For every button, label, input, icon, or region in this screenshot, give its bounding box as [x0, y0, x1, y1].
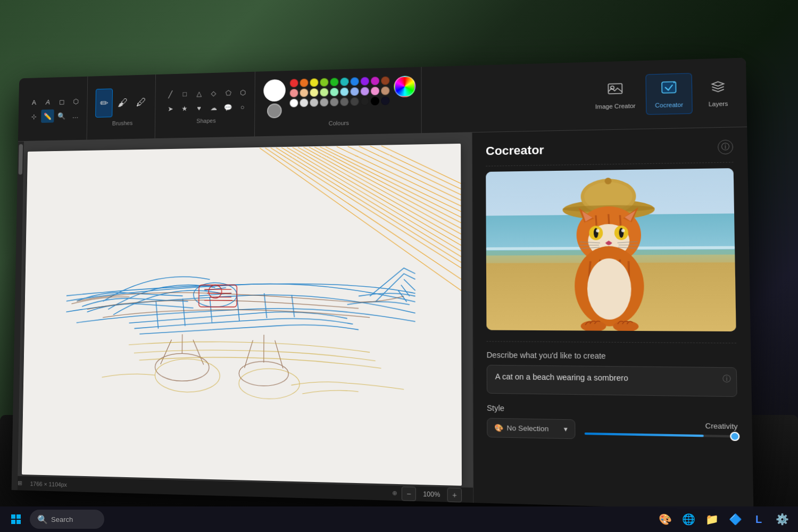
- color-gray3[interactable]: [320, 98, 328, 106]
- color-cyan-light[interactable]: [340, 87, 348, 96]
- bottom-status-right: ⊕ − 100% +: [392, 486, 466, 502]
- cocreator-header: Cocreator ⓘ: [472, 127, 747, 166]
- shape-rect[interactable]: □: [178, 87, 192, 101]
- color-rose[interactable]: [371, 87, 379, 95]
- tool-search-zoom[interactable]: 🔍: [55, 109, 68, 122]
- info-icon: ⓘ: [721, 142, 730, 152]
- tool-more[interactable]: …: [69, 109, 82, 122]
- color-red[interactable]: [290, 79, 298, 87]
- taskbar-paint-icon[interactable]: 🎨: [654, 509, 676, 530]
- taskbar-app3-icon[interactable]: 📁: [701, 509, 722, 530]
- shape-arrow[interactable]: ➤: [163, 102, 177, 115]
- style-creativity-row: 🎨 No Selection ▾ Creativity: [487, 418, 738, 443]
- color-yellow[interactable]: [310, 78, 318, 87]
- tool-select[interactable]: A: [28, 96, 41, 109]
- brush-pencil[interactable]: ✏: [95, 88, 113, 118]
- tool-pencil[interactable]: ✏️: [41, 110, 54, 123]
- taskbar-search[interactable]: 🔍 Search: [30, 510, 104, 529]
- color-white[interactable]: [290, 99, 298, 107]
- color-peach[interactable]: [300, 88, 308, 97]
- shape-cloud[interactable]: ☁: [206, 101, 220, 114]
- color-blue-light[interactable]: [350, 87, 359, 96]
- shape-heart[interactable]: ♥: [192, 101, 205, 115]
- shapes-label: Shapes: [196, 118, 215, 124]
- color-near-black[interactable]: [381, 96, 389, 105]
- describe-input[interactable]: A cat on a beach wearing a sombrero: [487, 365, 737, 397]
- palette-grid: [290, 76, 390, 107]
- color-rainbow-picker[interactable]: [394, 76, 415, 97]
- svg-rect-1: [16, 514, 21, 519]
- paint-left-panel: A A ◻ ⬡ ⊹ ✏️ 🔍 … ✏ 🖌 🖊: [12, 57, 754, 510]
- drawing-canvas[interactable]: [22, 144, 462, 486]
- canvas-container[interactable]: ⊞ 1766 × 1104px ⊕ − 100% +: [12, 132, 473, 503]
- color-lavender[interactable]: [361, 87, 369, 95]
- cat-scene-bg: [486, 168, 736, 331]
- zoom-out-btn[interactable]: −: [402, 486, 416, 501]
- app-perspective-container: A A ◻ ⬡ ⊹ ✏️ 🔍 … ✏ 🖌 🖊: [11, 54, 798, 525]
- svg-line-36: [292, 295, 294, 317]
- prompt-text: A cat on a beach wearing a sombrero: [495, 372, 628, 383]
- tool-eraser[interactable]: ◻: [55, 95, 69, 108]
- shape-triangle[interactable]: △: [193, 87, 206, 101]
- taskbar-app5-icon[interactable]: L: [748, 509, 769, 530]
- style-dropdown[interactable]: 🎨 No Selection ▾: [487, 418, 575, 439]
- shape-star[interactable]: ★: [178, 102, 191, 115]
- cocreator-btn[interactable]: Cocreator: [645, 73, 692, 115]
- color-lime[interactable]: [320, 78, 328, 87]
- color-gray6[interactable]: [350, 97, 359, 106]
- svg-line-18: [381, 144, 461, 185]
- color-blue[interactable]: [351, 77, 359, 86]
- zoom-in-btn[interactable]: +: [447, 487, 462, 502]
- shape-hexagon[interactable]: ⬡: [236, 85, 250, 99]
- creativity-area: Creativity: [585, 420, 738, 438]
- color-black[interactable]: [371, 97, 379, 105]
- layers-btn[interactable]: Layers: [694, 72, 742, 113]
- windows-start-btn[interactable]: [5, 509, 27, 530]
- primary-color-swatch[interactable]: [263, 79, 286, 102]
- tool-crop[interactable]: ⊹: [27, 110, 40, 123]
- color-gray5[interactable]: [340, 97, 348, 106]
- color-brown[interactable]: [381, 76, 389, 85]
- style-label: Style: [487, 403, 737, 416]
- secondary-color-swatch[interactable]: [267, 103, 282, 118]
- taskbar-app2-icon[interactable]: 🌐: [678, 509, 699, 530]
- tool-group-shapes: ╱ □ △ ◇ ⬠ ⬡ ➤ ★ ♥ ☁ 💬 ○ Shapes: [158, 72, 255, 138]
- tool-fill[interactable]: ⬡: [69, 94, 82, 108]
- color-gray7[interactable]: [361, 97, 369, 105]
- color-orange[interactable]: [300, 79, 309, 87]
- cocreator-info-btn[interactable]: ⓘ: [718, 140, 733, 155]
- tool-text[interactable]: A: [41, 95, 55, 109]
- color-gray2[interactable]: [310, 98, 318, 107]
- shape-callout[interactable]: 💬: [221, 101, 235, 114]
- shape-line[interactable]: ╱: [164, 87, 177, 101]
- color-magenta[interactable]: [371, 77, 379, 85]
- color-gray1[interactable]: [300, 98, 308, 107]
- brush-calligraphy[interactable]: 🖊: [132, 87, 150, 117]
- app-window: A A ◻ ⬡ ⊹ ✏️ 🔍 … ✏ 🖌 🖊: [12, 57, 754, 510]
- image-creator-icon: [607, 81, 624, 101]
- shape-circle[interactable]: ○: [236, 100, 250, 114]
- shape-diamond[interactable]: ◇: [207, 86, 220, 100]
- color-pink-light[interactable]: [290, 89, 298, 97]
- color-teal[interactable]: [340, 78, 348, 86]
- shape-pentagon[interactable]: ⬠: [221, 86, 235, 99]
- color-green[interactable]: [330, 78, 338, 86]
- color-purple[interactable]: [361, 77, 369, 86]
- color-yellow-light[interactable]: [310, 88, 318, 97]
- color-green-light[interactable]: [320, 88, 328, 96]
- color-gray4[interactable]: [330, 98, 338, 106]
- input-info-icon[interactable]: ⓘ: [722, 374, 731, 384]
- svg-line-25: [404, 279, 415, 290]
- zoom-level: 100%: [420, 490, 443, 498]
- creativity-slider[interactable]: [585, 433, 738, 438]
- tool-group-misc: A A ◻ ⬡ ⊹ ✏️ 🔍 …: [22, 77, 88, 141]
- taskbar-app4-icon[interactable]: 🔷: [725, 509, 746, 530]
- image-creator-btn[interactable]: Image Creator: [587, 75, 644, 116]
- style-value: No Selection: [506, 424, 548, 433]
- color-tan[interactable]: [381, 86, 389, 95]
- creativity-slider-thumb[interactable]: [730, 432, 739, 442]
- svg-line-41: [161, 339, 172, 364]
- color-mint[interactable]: [330, 88, 338, 96]
- brush-paint[interactable]: 🖌: [114, 88, 131, 117]
- taskbar-app6-icon[interactable]: ⚙️: [771, 509, 793, 530]
